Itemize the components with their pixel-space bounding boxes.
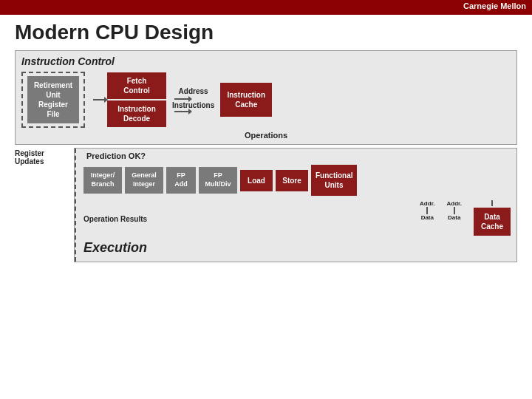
functional-units-box: Functional Units <box>311 165 357 196</box>
arrow-instructions <box>172 111 214 112</box>
addr-data-col-2: Addr. Data <box>447 200 462 221</box>
instruction-cache-box: Instruction Cache <box>220 83 272 117</box>
brand-label: Carnegie Mellon <box>463 1 526 10</box>
instructions-label: Instructions <box>172 101 214 109</box>
arrow-address <box>172 98 214 100</box>
page-title: Modern CPU Design <box>15 21 517 44</box>
execution-units-row: Integer/ Branch General Integer FP Add F… <box>81 165 511 196</box>
prediction-ok-label: Prediction OK? <box>81 151 511 160</box>
load-box: Load <box>240 170 273 191</box>
store-box: Store <box>276 170 308 191</box>
data-cache-box: Data Cache <box>474 208 511 236</box>
top-bar: Carnegie Mellon <box>0 0 532 15</box>
dashed-vert-line <box>75 149 76 262</box>
addr-data-section: Addr. Data Addr. Data Data Cache <box>420 200 511 236</box>
fetch-decode-column: Fetch Control Instruction Decode <box>107 72 166 127</box>
register-updates-label: Register Updates <box>15 148 74 166</box>
instruction-control-section: Instruction Control Retirement Unit Regi… <box>15 50 517 145</box>
operation-results-row: Operation Results Addr. Data Addr. Data <box>81 200 511 236</box>
addr-instr-labels: Address Instructions <box>172 87 214 112</box>
middle-section: Register Updates Prediction OK? Integer/… <box>15 148 517 262</box>
address-label: Address <box>172 87 214 95</box>
fp-mult-div-box: FP Mult/Div <box>199 167 237 193</box>
operations-label: Operations <box>21 131 511 140</box>
data1-label: Data <box>421 214 434 221</box>
fp-add-box: FP Add <box>166 167 196 193</box>
retirement-unit-box: Retirement Unit Register File <box>27 76 79 123</box>
fetch-control-box: Fetch Control <box>107 72 166 99</box>
retirement-dashed-border: Retirement Unit Register File <box>21 72 85 128</box>
addr2-label: Addr. <box>447 200 462 207</box>
connector-v3 <box>491 200 493 206</box>
data-cache-section: Data Cache <box>474 200 511 236</box>
data2-label: Data <box>448 214 460 221</box>
execution-label: Execution <box>81 240 511 256</box>
addr1-label: Addr. <box>420 200 434 207</box>
integer-branch-box: Integer/ Branch <box>83 167 122 193</box>
prediction-execution-box: Prediction OK? Integer/ Branch General I… <box>74 148 517 262</box>
addr-data-col-1: Addr. Data <box>420 200 434 221</box>
arrow-to-fetch <box>91 99 107 100</box>
op-results-label: Operation Results <box>83 214 147 223</box>
connector-v2 <box>454 207 455 214</box>
instruction-decode-box: Instruction Decode <box>107 100 166 127</box>
ic-title: Instruction Control <box>21 55 511 67</box>
general-integer-box: General Integer <box>125 167 163 193</box>
connector-v1 <box>426 207 428 214</box>
